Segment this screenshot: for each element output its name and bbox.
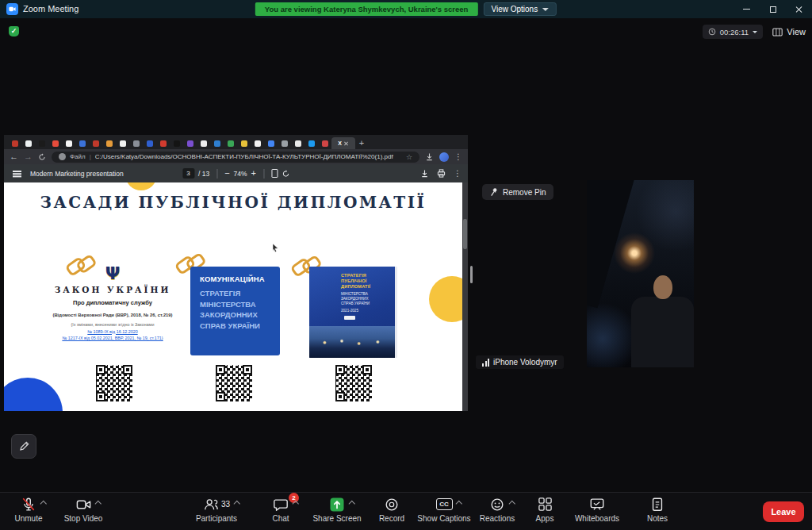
toolbar-reactions[interactable]: Reactions — [469, 496, 525, 528]
pdf-slide: ЗАСАДИ ПУБЛІЧНОЇ ДИПЛОМАТІЇ Ψ ЗАКОН УКРА… — [4, 182, 462, 411]
browser-tab[interactable] — [21, 137, 35, 149]
viewing-banner: You are viewing Kateryna Shymkevych, Ukr… — [255, 2, 478, 16]
meeting-security-shield-icon[interactable]: ✓ — [9, 26, 19, 36]
browser-tab[interactable] — [89, 137, 102, 149]
zoom-logo-icon — [6, 3, 18, 15]
toolbar-chat[interactable]: 2 Chat — [255, 496, 306, 528]
share-screen-icon — [329, 497, 345, 513]
browser-tab[interactable] — [156, 137, 170, 149]
pdf-scrollbar-thumb[interactable] — [463, 219, 467, 249]
toolbar-share-screen[interactable]: Share Screen — [306, 496, 368, 528]
profile-avatar[interactable] — [439, 152, 449, 162]
browser-tab[interactable] — [291, 137, 304, 149]
rotate-icon[interactable] — [282, 170, 289, 178]
browser-tab[interactable] — [318, 137, 331, 149]
toolbar-participants[interactable]: 33 Participants — [186, 496, 247, 528]
browser-tab[interactable] — [170, 137, 183, 149]
chevron-down-icon — [753, 31, 757, 33]
print-icon[interactable] — [437, 169, 446, 178]
refresh-icon[interactable] — [38, 153, 46, 161]
browser-tab[interactable] — [62, 137, 75, 149]
view-options-button[interactable]: View Options — [483, 2, 557, 16]
zoom-out-button[interactable]: − — [224, 169, 229, 178]
split-resize-handle[interactable] — [470, 266, 473, 283]
cover-line: СТРАТЕГІЯ — [341, 273, 370, 278]
download-icon[interactable] — [420, 169, 429, 178]
notes-label: Notes — [647, 514, 668, 523]
browser-tab[interactable] — [278, 137, 291, 149]
fit-page-icon[interactable] — [271, 169, 278, 178]
toolbar-whiteboards[interactable]: Whiteboards — [567, 496, 627, 528]
record-label: Record — [379, 514, 404, 523]
browser-navbar: ← → Файл | C:/Users/Katya/Downloads/ОСНО… — [4, 149, 468, 164]
browser-tab[interactable] — [251, 137, 264, 149]
maximize-button[interactable] — [760, 0, 786, 18]
pdf-page-input[interactable] — [182, 168, 194, 179]
toolbar-notes[interactable]: Notes — [634, 496, 680, 528]
pdf-toolbar: Modern Marketing presentation / 13 − 74%… — [4, 164, 468, 182]
leave-button[interactable]: Leave — [763, 501, 804, 522]
annotate-button[interactable] — [11, 434, 36, 459]
address-bar[interactable]: Файл | C:/Users/Katya/Downloads/ОСНОВНІ-… — [52, 152, 419, 163]
browser-tab-active[interactable]: X — [331, 137, 355, 149]
chevron-up-icon[interactable] — [456, 501, 462, 507]
minimize-button[interactable] — [733, 0, 760, 18]
law-amendment-link[interactable]: № 1089-IX від 16.12.2020 — [45, 329, 180, 335]
browser-tab[interactable] — [116, 137, 129, 149]
browser-tab[interactable] — [35, 137, 48, 149]
browser-tab[interactable] — [210, 137, 224, 149]
browser-tab[interactable] — [8, 137, 21, 149]
browser-tab[interactable] — [237, 137, 251, 149]
zoom-in-button[interactable]: + — [251, 169, 256, 178]
browser-tab[interactable] — [129, 137, 143, 149]
participant-video[interactable] — [587, 180, 694, 367]
cover-year: 2021-2025 — [341, 309, 370, 313]
url-path: C:/Users/Katya/Downloads/ОСНОВНІ-АСПЕКТИ… — [95, 153, 402, 160]
show-captions-label: Show Captions — [417, 514, 470, 523]
slide-decor-circle-right — [429, 276, 462, 322]
toolbar-stop-video[interactable]: Stop Video — [57, 496, 109, 528]
close-button[interactable] — [786, 0, 812, 18]
new-tab-button[interactable]: + — [355, 137, 368, 149]
browser-tab[interactable] — [264, 137, 278, 149]
close-icon — [795, 6, 803, 13]
window-title: Zoom Meeting — [23, 4, 79, 13]
smiley-icon — [489, 497, 505, 513]
chevron-up-icon[interactable] — [508, 501, 515, 507]
meeting-timer[interactable]: 00:26:11 — [703, 25, 763, 39]
browser-tab[interactable] — [224, 137, 237, 149]
browser-tab[interactable] — [75, 137, 89, 149]
toolbar-show-captions[interactable]: CC Show Captions — [413, 496, 475, 528]
toolbar-record[interactable]: Record — [366, 496, 417, 528]
remove-pin-button[interactable]: Remove Pin — [482, 184, 553, 200]
chevron-up-icon[interactable] — [95, 501, 102, 507]
browser-tabs — [8, 137, 331, 149]
browser-tab[interactable] — [197, 137, 210, 149]
browser-tab[interactable] — [304, 137, 318, 149]
forward-icon[interactable]: → — [24, 152, 33, 161]
law-amendment-link[interactable]: № 1217-IX від 05.02.2021, ВВР, 2021, № 1… — [45, 336, 180, 341]
view-button[interactable]: View — [772, 25, 806, 39]
pdf-zoom-value: 74% — [234, 170, 247, 178]
bookmark-star-icon[interactable]: ☆ — [406, 153, 412, 161]
browser-tab[interactable] — [48, 137, 62, 149]
pdf-scrollbar[interactable] — [462, 182, 468, 411]
downloads-icon[interactable] — [425, 152, 434, 161]
pdf-menu-icon[interactable] — [13, 171, 21, 172]
browser-tab[interactable] — [102, 137, 116, 149]
toolbar-apps[interactable]: Apps — [525, 496, 565, 528]
browser-tab[interactable] — [183, 137, 197, 149]
back-icon[interactable]: ← — [10, 152, 18, 161]
browser-tab[interactable] — [143, 137, 156, 149]
share-screen-label: Share Screen — [312, 514, 361, 523]
chevron-up-icon[interactable] — [348, 501, 354, 507]
qr-code-strategy — [216, 365, 252, 401]
chevron-up-icon[interactable] — [233, 501, 239, 507]
chevron-up-icon[interactable] — [40, 501, 46, 507]
tab-close-icon[interactable] — [344, 141, 349, 146]
pdf-more-icon[interactable]: ⋮ — [454, 170, 462, 178]
mouse-cursor — [272, 241, 279, 255]
toolbar-unmute[interactable]: Unmute — [6, 496, 51, 528]
clock-icon — [708, 28, 716, 36]
browser-menu-icon[interactable]: ⋮ — [454, 153, 462, 161]
